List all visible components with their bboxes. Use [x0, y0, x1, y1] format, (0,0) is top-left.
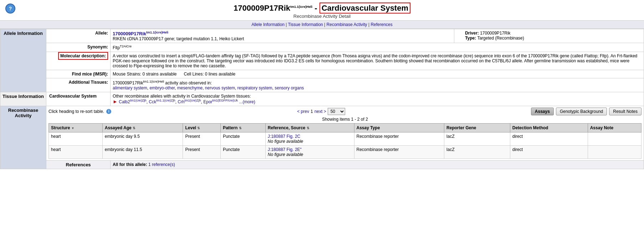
- per-page-select[interactable]: 50 100: [328, 108, 345, 115]
- nav-tissue-info[interactable]: Tissue Information: [288, 22, 323, 27]
- cell-assay-type-1: Recombinase reporter: [354, 132, 444, 146]
- cell-detection-2: direct: [510, 146, 588, 159]
- add-tissue-link-mesenchyme[interactable]: mesenchyme: [177, 85, 203, 90]
- nav-references[interactable]: References: [370, 22, 392, 27]
- title-gene-sup: tm1.1(icre)Heli: [290, 5, 312, 9]
- mol-desc-value: A vector was constructed to insert a str…: [111, 52, 644, 70]
- ref-note-2: No figure available: [268, 152, 303, 157]
- cell-note-2: [588, 146, 641, 159]
- title-separator: -: [315, 4, 319, 12]
- cell-assay-type-2: Recombinase reporter: [354, 146, 444, 159]
- table-header-row: Structure ▼ Assayed Age ⇅ Level ⇅ Patter…: [49, 124, 642, 132]
- ref-link-2[interactable]: J:180887 Fig. 2E": [268, 147, 302, 152]
- cell-note-1: [588, 132, 641, 146]
- ref-all-label: All for this allele:: [113, 162, 147, 167]
- type-value: Targeted (Recombinase): [477, 36, 524, 41]
- allele-section-row: Allele Information Allele: 1700009P17Rik…: [0, 29, 644, 43]
- add-tissue-link-sensory[interactable]: sensory organs: [275, 85, 304, 90]
- assay-data-table: Structure ▼ Assayed Age ⇅ Level ⇅ Patter…: [48, 123, 642, 159]
- tissue-link-cck[interactable]: Ccktm1.1(cre)Zjh: [149, 99, 175, 104]
- cell-reporter-1: lacZ: [444, 132, 510, 146]
- title-gene: 1700009P17Rik: [234, 4, 290, 12]
- add-tissue-link-respiratory[interactable]: respiratory system: [237, 85, 272, 90]
- mol-desc-label: Molecular description:: [46, 52, 111, 70]
- pagination-next[interactable]: next >: [315, 109, 326, 114]
- col-level[interactable]: Level ⇅: [183, 124, 220, 132]
- add-tissue-link-embryo[interactable]: embryo-other: [149, 85, 175, 90]
- ref-note-1: No figure available: [268, 139, 303, 144]
- page-title: 1700009P17Riktm1.1(icre)Heli - Cardiovas…: [0, 4, 644, 13]
- tissue-section-header: Tissue Information: [0, 92, 46, 106]
- add-tissue-link-alimentary[interactable]: alimentary system: [113, 85, 147, 90]
- help-button[interactable]: ?: [5, 4, 15, 14]
- references-content: All for this allele: 1 reference(s): [111, 161, 644, 169]
- pagination-controls: < prev 1 next > 50 100: [297, 108, 345, 115]
- nav-bar: Allele Information | Tissue Information …: [0, 20, 644, 29]
- view-buttons: Assays Genotypic Background Result Notes: [531, 108, 642, 115]
- add-tissues-label: Additional Tissues:: [46, 78, 111, 92]
- tissue-link-epor[interactable]: Eportm1(EGFP/cre)Uk: [203, 99, 238, 104]
- pagination-prev[interactable]: < prev: [297, 109, 309, 114]
- recombinase-section-row: RecombinaseActivity Click heading to re-…: [0, 106, 644, 161]
- title-system: Cardiovascular System: [320, 2, 410, 14]
- tissue-alleles-cell: Other recombinase alleles with activity …: [111, 92, 644, 106]
- cell-age-2: embryonic day 11.5: [102, 146, 183, 159]
- pagination-page: 1: [311, 109, 313, 114]
- allele-desc: RIKEN cDNA 1700009P17 gene; targeted mut…: [113, 36, 244, 41]
- cell-level-1: Present: [183, 132, 220, 146]
- col-reference[interactable]: Reference, Source ⇅: [265, 124, 354, 132]
- ref-link-1[interactable]: J:180887 Fig. 2C: [268, 134, 300, 139]
- tissue-section-row: Tissue Information Cardiovascular System…: [0, 92, 644, 106]
- main-content-table: Allele Information Allele: 1700009P17Rik…: [0, 29, 644, 169]
- type-label: Type:: [465, 36, 476, 41]
- cell-structure-1: heart: [49, 132, 103, 146]
- driver-type-cell: Driver: 1700009P17Rik Type: Targeted (Re…: [454, 29, 644, 43]
- add-tissues-allele: 1700009P17Riktm1.1(icre)Heli: [113, 80, 165, 85]
- cell-reporter-2: lacZ: [444, 146, 510, 159]
- page-subtitle: Recombinase Activity Detail: [0, 14, 644, 19]
- assays-button[interactable]: Assays: [531, 108, 554, 115]
- find-mice-row: Find mice (IMSR): Mouse Strains: 0 strai…: [0, 70, 644, 78]
- cell-detection-1: direct: [510, 132, 588, 146]
- tissue-link-calb2[interactable]: Calb2tm1(cre)Zjh: [119, 99, 146, 104]
- cell-reference-2: J:180887 Fig. 2E" No figure available: [265, 146, 354, 159]
- cell-age-1: embryonic day 9.5: [102, 132, 183, 146]
- synonym-row: Synonym: FltpT2AiCre: [0, 43, 644, 52]
- info-icon: i: [106, 109, 111, 114]
- page-header: 1700009P17Riktm1.1(icre)Heli - Cardiovas…: [0, 0, 644, 20]
- driver-label: Driver:: [465, 31, 479, 36]
- references-section-header: References: [46, 161, 111, 169]
- references-section-row: References All for this allele: 1 refere…: [0, 161, 644, 169]
- tissue-arrow-icon: ►: [113, 99, 118, 104]
- tissue-link-crh[interactable]: Crhtm1(cre)Zjh: [178, 99, 201, 104]
- col-structure[interactable]: Structure ▼: [49, 124, 103, 132]
- allele-link[interactable]: 1700009P17Riktm1.1(icre)Heli: [113, 31, 168, 36]
- cell-pattern-2: Punctate: [220, 146, 265, 159]
- col-assay-note: Assay Note: [588, 124, 641, 132]
- col-detection-method: Detection Method: [510, 124, 588, 132]
- nav-recombinase-activity[interactable]: Recombinase Activity: [327, 22, 367, 27]
- cell-level-2: Present: [183, 146, 220, 159]
- mol-desc-row: Molecular description: A vector was cons…: [0, 52, 644, 70]
- nav-allele-info[interactable]: Allele Information: [251, 22, 285, 27]
- add-tissues-row: Additional Tissues: 1700009P17Riktm1.1(i…: [0, 78, 644, 92]
- add-tissue-link-nervous[interactable]: nervous system: [205, 85, 235, 90]
- table-row: heart embryonic day 11.5 Present Punctat…: [49, 146, 642, 159]
- allele-value-cell: 1700009P17Riktm1.1(icre)Heli RIKEN cDNA …: [111, 29, 454, 43]
- ref-count-link[interactable]: 1 reference(s): [148, 162, 175, 167]
- find-mice-value: Mouse Strains: 0 strains available Cell …: [111, 70, 644, 78]
- click-heading-text: Click heading to re-sort table.: [48, 109, 104, 114]
- cell-pattern-1: Punctate: [220, 132, 265, 146]
- result-notes-button[interactable]: Result Notes: [609, 108, 642, 115]
- col-assayed-age[interactable]: Assayed Age ⇅: [102, 124, 183, 132]
- genotypic-background-button[interactable]: Genotypic Background: [556, 108, 607, 115]
- col-pattern[interactable]: Pattern ⇅: [220, 124, 265, 132]
- allele-section-header: Allele Information: [0, 29, 46, 92]
- driver-value: 1700009P17Rik: [480, 31, 510, 36]
- col-assay-type: Assay Type: [354, 124, 444, 132]
- table-row: heart embryonic day 9.5 Present Punctate…: [49, 132, 642, 146]
- tissue-link-more[interactable]: ...(more): [239, 99, 255, 104]
- allele-label: Allele:: [46, 29, 111, 43]
- cell-structure-2: heart: [49, 146, 103, 159]
- tissue-name: Cardiovascular System: [46, 92, 111, 106]
